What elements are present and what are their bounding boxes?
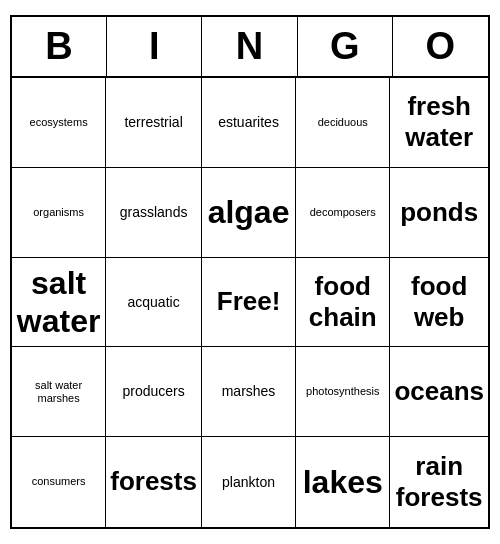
bingo-card: BINGO ecosystemsterrestrialestuaritesdec…: [10, 15, 490, 529]
bingo-grid: ecosystemsterrestrialestuaritesdeciduous…: [12, 78, 488, 527]
cell-text-3: deciduous: [318, 116, 368, 129]
bingo-cell-4: fresh water: [390, 78, 488, 168]
cell-text-23: lakes: [303, 463, 383, 501]
header-cell-b: B: [12, 17, 107, 76]
bingo-cell-18: photosynthesis: [296, 347, 390, 437]
bingo-cell-6: grasslands: [106, 168, 202, 258]
cell-text-2: estuarites: [218, 114, 279, 131]
cell-text-10: salt water: [16, 264, 101, 341]
header-cell-i: I: [107, 17, 202, 76]
bingo-cell-9: ponds: [390, 168, 488, 258]
bingo-cell-21: forests: [106, 437, 202, 527]
cell-text-9: ponds: [400, 197, 478, 228]
bingo-cell-8: decomposers: [296, 168, 390, 258]
cell-text-20: consumers: [32, 475, 86, 488]
bingo-header: BINGO: [12, 17, 488, 78]
cell-text-13: food chain: [300, 271, 385, 333]
cell-text-8: decomposers: [310, 206, 376, 219]
header-cell-n: N: [202, 17, 297, 76]
cell-text-18: photosynthesis: [306, 385, 379, 398]
cell-text-17: marshes: [222, 383, 276, 400]
cell-text-19: oceans: [394, 376, 484, 407]
bingo-cell-24: rain forests: [390, 437, 488, 527]
bingo-cell-22: plankton: [202, 437, 296, 527]
cell-text-5: organisms: [33, 206, 84, 219]
cell-text-11: acquatic: [127, 294, 179, 311]
bingo-cell-2: estuarites: [202, 78, 296, 168]
bingo-cell-23: lakes: [296, 437, 390, 527]
cell-text-4: fresh water: [394, 91, 484, 153]
bingo-cell-0: ecosystems: [12, 78, 106, 168]
bingo-cell-11: acquatic: [106, 258, 202, 348]
cell-text-15: salt water marshes: [16, 379, 101, 405]
cell-text-1: terrestrial: [124, 114, 182, 131]
cell-text-21: forests: [110, 466, 197, 497]
bingo-cell-20: consumers: [12, 437, 106, 527]
cell-text-24: rain forests: [394, 451, 484, 513]
cell-text-0: ecosystems: [30, 116, 88, 129]
bingo-cell-1: terrestrial: [106, 78, 202, 168]
bingo-cell-13: food chain: [296, 258, 390, 348]
cell-text-22: plankton: [222, 474, 275, 491]
header-cell-g: G: [298, 17, 393, 76]
bingo-cell-5: organisms: [12, 168, 106, 258]
cell-text-6: grasslands: [120, 204, 188, 221]
bingo-cell-15: salt water marshes: [12, 347, 106, 437]
bingo-cell-3: deciduous: [296, 78, 390, 168]
bingo-cell-7: algae: [202, 168, 296, 258]
cell-text-7: algae: [208, 193, 290, 231]
cell-text-12: Free!: [217, 286, 281, 317]
bingo-cell-12: Free!: [202, 258, 296, 348]
header-cell-o: O: [393, 17, 488, 76]
bingo-cell-10: salt water: [12, 258, 106, 348]
bingo-cell-17: marshes: [202, 347, 296, 437]
bingo-cell-14: food web: [390, 258, 488, 348]
bingo-cell-19: oceans: [390, 347, 488, 437]
cell-text-16: producers: [122, 383, 184, 400]
bingo-cell-16: producers: [106, 347, 202, 437]
cell-text-14: food web: [394, 271, 484, 333]
